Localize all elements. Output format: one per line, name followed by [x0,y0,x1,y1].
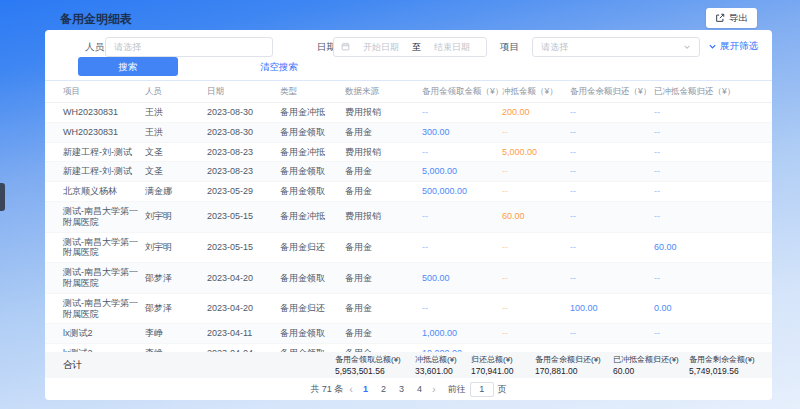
cell-balance_return: -- [570,328,654,339]
page-button[interactable]: 1 [359,382,372,396]
header-cell: 备用金领取金额（¥） [422,86,502,98]
cell-type: 备用金领取 [280,186,345,197]
date-range-input[interactable]: 开始日期 至 结束日期 [333,37,487,57]
cell-offset: -- [502,166,570,177]
date-start-placeholder[interactable]: 开始日期 [354,41,408,54]
cell-received: -- [422,211,502,222]
project-select[interactable]: 请选择 [532,37,700,57]
cell-project: 测试-南昌大学第一附属医院 [63,267,145,289]
prev-page-button[interactable]: ‹ [349,382,353,396]
cell-received: 500.00 [422,273,502,284]
expand-filters-link[interactable]: 展开筛选 [708,40,758,53]
cell-received: -- [422,303,502,314]
page-button[interactable]: 3 [395,382,408,396]
clear-search-button[interactable]: 清空搜索 [260,61,298,74]
cell-balance_return: 100.00 [570,303,654,314]
calendar-icon [341,42,350,53]
cell-offset: -- [502,127,570,138]
cell-date: 2023-05-15 [207,211,280,222]
table-row[interactable]: WH20230831王洪2023-08-30备用金冲抵费用报销--200.00-… [45,103,772,123]
cell-balance_return: -- [570,273,654,284]
summary-item-label: 归还总额(¥) [471,354,533,365]
header-cell: 备用金余额归还（¥） [570,86,654,98]
summary-item-label: 备用金剩余金额(¥) [689,354,767,365]
table-row[interactable]: 测试-南昌大学第一附属医院邵梦泽2023-04-20备用金归还备用金----10… [45,294,772,325]
table-body: WH20230831王洪2023-08-30备用金冲抵费用报销--200.00-… [45,103,772,352]
summary-item: 备用金剩余金额(¥)5,749,019.56 [689,354,767,376]
cell-project: WH20230831 [63,127,145,138]
cell-person: 文圣 [145,166,207,177]
summary-item-value: 5,953,501.56 [335,366,413,376]
cell-date: 2023-08-23 [207,147,280,158]
cell-received: 1,000.00 [422,328,502,339]
cell-type: 备用金冲抵 [280,211,345,222]
cell-date: 2023-08-23 [207,166,280,177]
cell-offset_return: -- [654,147,744,158]
cell-offset_return: -- [654,166,744,177]
cell-project: 新建工程-刘-测试 [63,166,145,177]
table-row[interactable]: lx测试2李峥2023-04-11备用金领取备用金1,000.00------ [45,324,772,344]
cell-source: 备用金 [345,186,422,197]
header-cell: 类型 [280,86,345,98]
main-card: 人员 日期 开始日期 至 结束日期 项目 请选择 展开筛选 搜索 清空搜索 [45,30,772,400]
cell-person: 文圣 [145,147,207,158]
cell-balance_return: -- [570,242,654,253]
person-select-input[interactable] [105,37,273,57]
cell-offset: -- [502,328,570,339]
cell-project: lx测试2 [63,328,145,339]
cell-received: 5,000.00 [422,166,502,177]
cell-balance_return: -- [570,147,654,158]
table-row[interactable]: 测试-南昌大学第一附属医院刘宇明2023-05-15备用金冲抵费用报销--60.… [45,202,772,233]
table-row[interactable]: 新建工程-刘-测试文圣2023-08-23备用金领取备用金5,000.00---… [45,162,772,182]
cell-type: 备用金冲抵 [280,147,345,158]
table-row[interactable]: 北京顺义杨林满金娜2023-05-29备用金领取备用金500,000.00---… [45,182,772,202]
person-input[interactable] [106,38,272,56]
table-row[interactable]: lx测试2李峥2023-04-04备用金领取备用金10,000.00------ [45,344,772,352]
header-cell: 已冲抵金额归还（¥） [654,86,744,98]
cell-person: 刘宇明 [145,242,207,253]
pagination: 共 71 条 ‹ 1234 › 前往 页 [45,378,772,400]
page-button[interactable]: 4 [413,382,426,396]
cell-type: 备用金归还 [280,303,345,314]
total-count: 共 71 条 [310,383,343,396]
cell-offset: -- [502,242,570,253]
cell-source: 备用金 [345,303,422,314]
cell-balance_return: -- [570,127,654,138]
cell-person: 邵梦泽 [145,273,207,284]
cell-project: 测试-南昌大学第一附属医院 [63,206,145,228]
cell-offset_return: -- [654,211,744,222]
page-title: 备用金明细表 [60,11,132,28]
cell-received: -- [422,107,502,118]
table-row[interactable]: WH20230831王洪2023-08-30备用金领取备用金300.00----… [45,123,772,143]
summary-item-value: 33,601.00 [415,366,469,376]
cell-source: 备用金 [345,328,422,339]
date-end-placeholder[interactable]: 结束日期 [425,41,479,54]
cell-project: 北京顺义杨林 [63,186,145,197]
cell-source: 备用金 [345,166,422,177]
goto-page-input[interactable] [470,382,494,397]
table-row[interactable]: 测试-南昌大学第一附属医院邵梦泽2023-04-20备用金领取备用金500.00… [45,263,772,294]
next-page-button[interactable]: › [432,382,436,396]
summary-item-value: 5,749,019.56 [689,366,767,376]
summary-item: 已冲抵金额归还(¥)60.00 [613,354,687,376]
search-button[interactable]: 搜索 [78,57,178,76]
cell-source: 备用金 [345,242,422,253]
summary-item-value: 170,941.00 [471,366,533,376]
cell-received: -- [422,147,502,158]
summary-total-label: 合计 [63,359,82,372]
summary-item: 冲抵总额(¥)33,601.00 [415,354,469,376]
export-icon [715,13,725,23]
cell-offset_return: 60.00 [654,242,744,253]
table-row[interactable]: 测试-南昌大学第一附属医院刘宇明2023-05-15备用金归还备用金------… [45,233,772,264]
drawer-handle[interactable] [0,183,5,211]
cell-type: 备用金领取 [280,166,345,177]
summary-item-label: 备用金领取总额(¥) [335,354,413,365]
page-button[interactable]: 2 [377,382,390,396]
export-button[interactable]: 导出 [706,8,757,28]
cell-source: 费用报销 [345,147,422,158]
project-filter-label: 项目 [500,37,519,57]
summary-item: 备用金领取总额(¥)5,953,501.56 [335,354,413,376]
table-row[interactable]: 新建工程-刘-测试文圣2023-08-23备用金冲抵费用报销--5,000.00… [45,143,772,163]
cell-project: 新建工程-刘-测试 [63,147,145,158]
chevron-down-icon [708,42,717,51]
